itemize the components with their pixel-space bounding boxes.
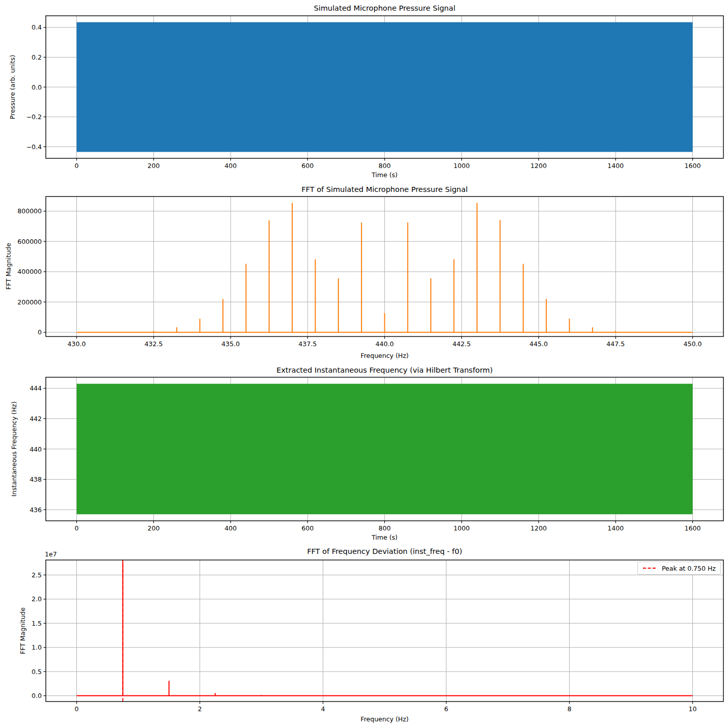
x-tick-label: 440.0 [376, 340, 394, 348]
y-tick-label: 200000 [17, 298, 42, 306]
x-tick-label: 10 [689, 705, 697, 713]
y-tick-label: 800000 [17, 207, 42, 215]
chart3-ylabel: Instantaneous Frequency (Hz) [11, 401, 18, 496]
y-tick-label: 0.2 [32, 53, 42, 61]
y-tick-label: −0.4 [26, 143, 42, 151]
signal-band [77, 22, 693, 152]
y-tick-label: 2.0 [32, 595, 42, 603]
x-tick-label: 200 [148, 524, 160, 532]
chart1-ylabel: Pressure (arb. units) [9, 55, 16, 120]
chart-instantaneous-frequency: 0200400600800100012001400160043643844044… [30, 377, 723, 532]
y-tick-label: 436 [30, 506, 42, 514]
x-tick-label: 450.0 [684, 340, 702, 348]
chart4-xlabel: Frequency (Hz) [46, 715, 723, 723]
signal-band [77, 384, 693, 514]
x-tick-label: 400 [225, 524, 237, 532]
x-tick-label: 400 [225, 162, 237, 170]
figure: 02004006008001000120014001600−0.4−0.20.0… [0, 0, 728, 728]
x-tick-label: 1600 [685, 524, 701, 532]
x-tick-label: 1000 [454, 524, 470, 532]
x-tick-label: 4 [321, 705, 325, 713]
chart4-ylabel: FFT Magnitude [19, 607, 26, 654]
x-tick-label: 6 [444, 705, 449, 713]
chart-pressure-signal: 02004006008001000120014001600−0.4−0.20.0… [26, 16, 723, 170]
y-tick-label: 0.5 [32, 668, 42, 676]
y-tick-label: 1.5 [32, 620, 42, 627]
x-tick-label: 1200 [530, 162, 547, 170]
x-tick-label: 430.0 [68, 340, 86, 348]
x-tick-label: 0 [75, 162, 79, 170]
x-tick-label: 800 [379, 162, 391, 170]
chart4-title: FFT of Frequency Deviation (inst_freq - … [46, 546, 723, 556]
chart2-title: FFT of Simulated Microphone Pressure Sig… [46, 184, 723, 194]
axes-spine [46, 560, 723, 702]
x-tick-label: 437.5 [298, 340, 317, 348]
legend: Peak at 0.750 Hz [637, 562, 721, 575]
x-tick-label: 0 [75, 524, 79, 532]
y-tick-label: 442 [30, 415, 42, 423]
chart2-xlabel: Frequency (Hz) [46, 352, 723, 360]
y-tick-label: 0.4 [32, 23, 42, 31]
x-tick-label: 445.0 [529, 340, 548, 348]
chart3-xlabel: Time (s) [46, 534, 723, 542]
y-tick-label: 0 [38, 328, 42, 336]
x-tick-label: 600 [301, 162, 314, 170]
y-tick-label: −0.2 [26, 113, 42, 121]
chart4-offset-text: 1e7 [45, 551, 57, 558]
x-tick-label: 442.5 [453, 340, 471, 348]
chart2-ylabel: FFT Magnitude [5, 243, 12, 290]
x-tick-label: 435.0 [221, 340, 240, 348]
chart-fft-frequency-deviation: 02468100.00.51.01.52.02.5 [32, 560, 723, 713]
chart-canvas: 02004006008001000120014001600−0.4−0.20.0… [0, 0, 728, 728]
x-tick-label: 800 [379, 524, 391, 532]
y-tick-label: 600000 [17, 238, 42, 245]
y-tick-label: 2.5 [32, 571, 42, 579]
chart-fft-pressure: 430.0432.5435.0437.5440.0442.5445.0447.5… [17, 197, 723, 348]
dashed-line-icon [642, 567, 658, 570]
x-tick-label: 1200 [530, 524, 547, 532]
y-tick-label: 0.0 [32, 83, 42, 91]
x-tick-label: 2 [198, 705, 202, 713]
y-tick-label: 1.0 [32, 643, 42, 651]
y-tick-label: 400000 [17, 268, 42, 275]
chart1-xlabel: Time (s) [46, 171, 723, 179]
x-tick-label: 432.5 [145, 340, 163, 348]
x-tick-label: 1400 [607, 524, 624, 532]
x-tick-label: 8 [568, 705, 572, 713]
y-tick-label: 438 [30, 475, 42, 483]
x-tick-label: 1600 [685, 162, 701, 170]
y-tick-label: 0.0 [32, 692, 42, 699]
chart3-title: Extracted Instantaneous Frequency (via H… [46, 365, 723, 375]
x-tick-label: 600 [301, 524, 314, 532]
chart1-title: Simulated Microphone Pressure Signal [46, 3, 723, 13]
y-tick-label: 440 [30, 445, 42, 453]
x-tick-label: 0 [75, 705, 79, 713]
x-tick-label: 447.5 [606, 340, 625, 348]
x-tick-label: 1000 [454, 162, 470, 170]
x-tick-label: 1400 [607, 162, 624, 170]
legend-label: Peak at 0.750 Hz [662, 565, 716, 572]
x-tick-label: 200 [148, 162, 160, 170]
y-tick-label: 444 [30, 384, 42, 392]
